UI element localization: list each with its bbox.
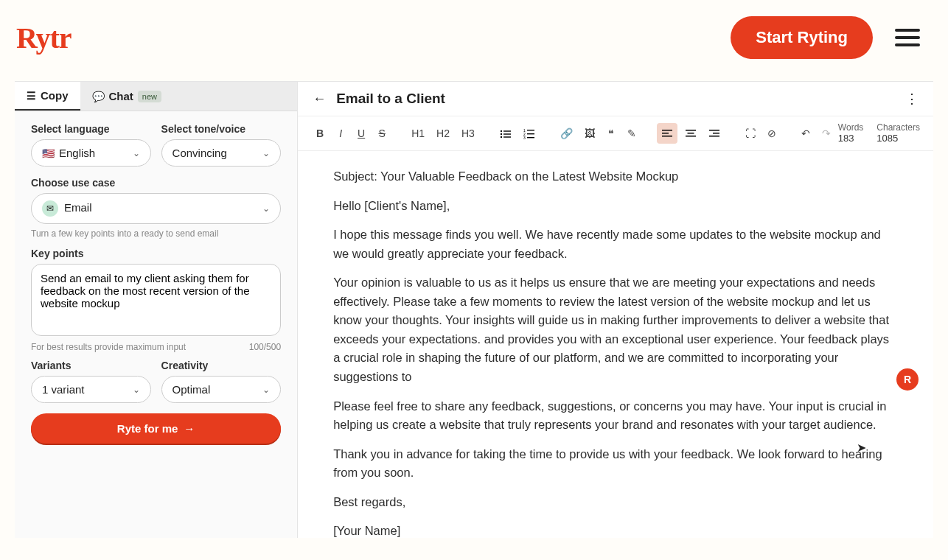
svg-rect-3 <box>503 133 511 134</box>
editor-content[interactable]: Subject: Your Valuable Feedback on the L… <box>298 151 933 538</box>
more-menu-icon[interactable]: ⋮ <box>905 91 919 107</box>
variants-label: Variants <box>31 360 151 371</box>
creativity-value: Optimal <box>172 383 211 396</box>
variants-value: 1 variant <box>42 383 85 396</box>
strike-button[interactable]: S <box>373 124 391 143</box>
back-arrow-icon[interactable]: ← <box>313 91 326 107</box>
language-label: Select language <box>31 123 151 135</box>
chevron-down-icon: ⌄ <box>133 148 140 158</box>
content-line: Best regards, <box>333 493 898 512</box>
svg-rect-12 <box>662 130 672 131</box>
document-title: Email to a Client <box>336 91 445 107</box>
usecase-label: Choose use case <box>31 177 281 189</box>
number-list-button[interactable]: 123 <box>519 123 540 143</box>
content-line: Your opinion is valuable to us as it hel… <box>333 273 898 386</box>
svg-rect-9 <box>527 133 534 134</box>
chevron-down-icon: ⌄ <box>133 385 140 395</box>
align-center-button[interactable] <box>680 123 701 143</box>
creativity-label: Creativity <box>161 360 282 371</box>
svg-rect-1 <box>503 130 511 131</box>
creativity-select[interactable]: Optimal ⌄ <box>161 376 282 403</box>
expand-button[interactable]: ⛶ <box>741 124 760 143</box>
svg-rect-13 <box>662 133 669 134</box>
menu-icon[interactable] <box>895 29 920 46</box>
chat-icon: 💬 <box>92 91 105 102</box>
underline-button[interactable]: U <box>352 124 370 143</box>
usecase-select[interactable]: ✉Email ⌄ <box>31 193 281 224</box>
h1-button[interactable]: H1 <box>407 124 429 143</box>
svg-rect-15 <box>686 130 696 131</box>
flag-icon: 🇺🇸 <box>42 147 55 159</box>
tone-select[interactable]: Convincing ⌄ <box>161 139 282 167</box>
keypoints-label: Key points <box>31 248 281 259</box>
sidebar: ☰ Copy 💬 Chat new Select language 🇺🇸Engl… <box>15 82 298 538</box>
content-line: Thank you in advance for taking the time… <box>333 445 898 483</box>
svg-rect-17 <box>686 136 696 137</box>
clear-format-button[interactable]: ⊘ <box>763 124 781 143</box>
image-button[interactable]: 🖼 <box>580 124 599 143</box>
new-badge: new <box>138 91 161 102</box>
svg-rect-20 <box>709 136 719 137</box>
svg-rect-14 <box>662 136 672 137</box>
svg-rect-7 <box>527 130 534 130</box>
chevron-down-icon: ⌄ <box>262 203 270 214</box>
start-ryting-button[interactable]: Start Ryting <box>731 16 873 59</box>
chevron-down-icon: ⌄ <box>262 385 270 395</box>
svg-rect-19 <box>713 133 719 134</box>
ryte-button-label: Ryte for me <box>117 422 178 435</box>
content-line: Subject: Your Valuable Feedback on the L… <box>333 167 898 186</box>
copy-icon: ☰ <box>27 90 36 102</box>
tab-copy[interactable]: ☰ Copy <box>15 82 80 111</box>
link-button[interactable]: 🔗 <box>556 124 577 143</box>
redo-button[interactable]: ↷ <box>818 124 835 143</box>
arrow-right-icon: → <box>184 422 195 435</box>
content-line: [Your Name] <box>333 522 898 538</box>
bold-button[interactable]: B <box>311 124 329 143</box>
content-line: I hope this message finds you well. We h… <box>333 225 898 263</box>
bullet-list-button[interactable] <box>495 123 516 143</box>
cursor-icon: ➤ <box>857 441 866 455</box>
undo-button[interactable]: ↶ <box>797 124 815 143</box>
chars-value: 1085 <box>876 133 920 144</box>
logo[interactable]: Rytr <box>16 21 72 55</box>
usecase-value: Email <box>64 201 92 214</box>
italic-button[interactable]: I <box>332 124 349 143</box>
brand-badge[interactable]: R <box>896 368 919 391</box>
svg-rect-18 <box>709 130 719 131</box>
toolbar: B I U S H1 H2 H3 123 🔗 🖼 ❝ ✎ ⛶ ⊘ ↶ ↷ <box>298 116 933 151</box>
highlight-button[interactable]: ✎ <box>623 124 641 143</box>
align-right-button[interactable] <box>704 123 725 143</box>
svg-rect-11 <box>527 137 534 138</box>
svg-rect-16 <box>687 133 694 134</box>
usecase-helper: Turn a few key points into a ready to se… <box>31 228 281 239</box>
content-line: Hello [Client's Name], <box>333 197 898 216</box>
language-select[interactable]: 🇺🇸English ⌄ <box>31 139 151 167</box>
keypoints-counter: 100/500 <box>249 342 281 352</box>
chars-label: Characters <box>876 122 920 133</box>
content-line: Please feel free to share any feedback, … <box>333 397 898 435</box>
variants-select[interactable]: 1 variant ⌄ <box>31 376 151 403</box>
ryte-button[interactable]: Ryte for me → <box>31 413 281 444</box>
words-label: Words <box>838 122 863 133</box>
tone-value: Convincing <box>172 147 227 159</box>
align-left-button[interactable] <box>657 123 677 143</box>
keypoints-input[interactable] <box>31 264 281 336</box>
email-icon: ✉ <box>42 200 58 217</box>
editor: ← Email to a Client ⋮ B I U S H1 H2 H3 1… <box>298 82 933 538</box>
tone-label: Select tone/voice <box>161 123 282 135</box>
keypoints-helper: For best results provide maximum input <box>31 342 186 352</box>
language-value: English <box>59 147 95 159</box>
svg-point-0 <box>501 130 502 131</box>
h2-button[interactable]: H2 <box>432 124 454 143</box>
quote-button[interactable]: ❝ <box>602 124 620 143</box>
svg-point-2 <box>501 133 502 134</box>
words-value: 183 <box>838 133 863 144</box>
tab-copy-label: Copy <box>41 89 69 102</box>
tab-chat[interactable]: 💬 Chat new <box>80 83 174 110</box>
svg-point-4 <box>501 136 502 137</box>
tab-chat-label: Chat <box>109 90 133 102</box>
svg-text:3: 3 <box>523 136 526 140</box>
h3-button[interactable]: H3 <box>457 124 479 143</box>
chevron-down-icon: ⌄ <box>262 148 270 158</box>
svg-rect-5 <box>503 136 511 137</box>
